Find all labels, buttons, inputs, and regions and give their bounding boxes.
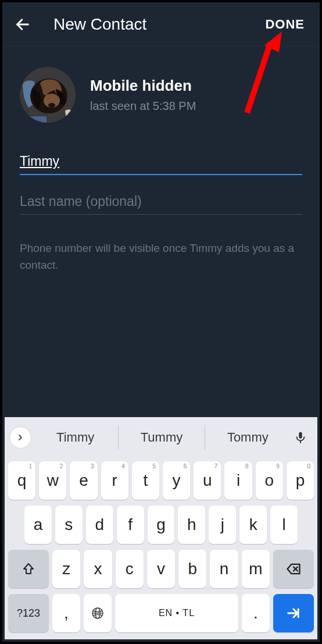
language-key[interactable] xyxy=(84,594,112,632)
first-name-input-wrapper[interactable] xyxy=(20,149,302,189)
key-h[interactable]: h xyxy=(178,506,205,544)
key-v[interactable]: v xyxy=(147,550,175,588)
suggestion-2[interactable]: Tummy xyxy=(118,425,205,450)
contact-display-name: Mobile hidden xyxy=(90,77,196,95)
key-z[interactable]: z xyxy=(52,550,80,588)
key-row-1: q1 w2 e3 r4 t5 y6 u7 i8 o9 p0 xyxy=(8,461,314,500)
last-name-input[interactable] xyxy=(20,189,302,215)
keyboard: Timmy Tummy Tommy q1 w2 e3 r4 t5 y6 u7 xyxy=(5,417,317,639)
suggestion-1[interactable]: Timmy xyxy=(33,425,118,450)
key-w[interactable]: w2 xyxy=(39,461,66,500)
svg-point-4 xyxy=(48,103,55,108)
key-y[interactable]: y6 xyxy=(163,461,190,500)
key-t[interactable]: t5 xyxy=(132,461,159,500)
key-b[interactable]: b xyxy=(178,550,206,588)
key-n[interactable]: n xyxy=(210,550,238,588)
key-x[interactable]: x xyxy=(84,550,112,588)
key-o[interactable]: o9 xyxy=(256,461,283,500)
key-r[interactable]: r4 xyxy=(101,461,128,500)
period-key[interactable]: . xyxy=(242,594,270,632)
done-button[interactable]: DONE xyxy=(262,17,308,32)
first-name-input[interactable] xyxy=(20,149,302,175)
shift-key[interactable] xyxy=(8,550,49,588)
key-a[interactable]: a xyxy=(24,506,52,544)
key-row-3: z x c v b n m xyxy=(8,550,314,588)
space-key[interactable]: EN • TL xyxy=(115,594,238,632)
page-title: New Contact xyxy=(53,15,262,34)
key-i[interactable]: i8 xyxy=(224,461,252,500)
header: New Contact DONE xyxy=(2,2,320,47)
avatar[interactable] xyxy=(20,67,76,123)
key-g[interactable]: g xyxy=(148,506,175,544)
key-k[interactable]: k xyxy=(239,506,267,544)
key-d[interactable]: d xyxy=(86,506,113,544)
visibility-note: Phone number will be visible once Timmy … xyxy=(20,240,302,273)
key-row-2: a s d f g h j k l xyxy=(8,506,314,544)
contact-status: last seen at 5:38 PM xyxy=(90,99,196,113)
key-row-4: ?123 , EN • TL . xyxy=(8,594,314,632)
key-u[interactable]: u7 xyxy=(194,461,221,500)
key-p[interactable]: p0 xyxy=(287,461,314,500)
key-m[interactable]: m xyxy=(242,550,270,588)
mic-button[interactable] xyxy=(292,429,309,446)
key-q[interactable]: q1 xyxy=(8,461,35,500)
comma-key[interactable]: , xyxy=(52,594,80,632)
key-f[interactable]: f xyxy=(117,506,144,544)
back-button[interactable] xyxy=(14,16,31,33)
key-e[interactable]: e3 xyxy=(70,461,97,500)
key-j[interactable]: j xyxy=(209,506,236,544)
suggestion-3[interactable]: Tommy xyxy=(205,425,291,450)
key-s[interactable]: s xyxy=(55,506,83,544)
enter-key[interactable] xyxy=(273,594,314,632)
profile-section: Mobile hidden last seen at 5:38 PM xyxy=(20,67,302,123)
numeric-key[interactable]: ?123 xyxy=(8,594,49,632)
svg-rect-5 xyxy=(23,116,46,123)
key-c[interactable]: c xyxy=(116,550,144,588)
expand-suggestions-button[interactable] xyxy=(9,426,31,449)
key-l[interactable]: l xyxy=(270,506,298,544)
backspace-key[interactable] xyxy=(273,550,314,588)
